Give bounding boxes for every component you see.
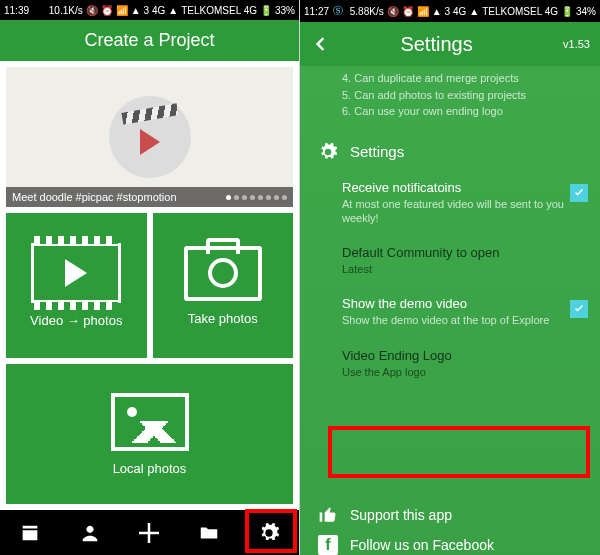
setting-title: Show the demo video: [342, 296, 582, 311]
setting-default-community[interactable]: Default Community to open Latest: [300, 235, 600, 286]
status-bar: 11:27 Ⓢ 5.88K/s 🔇 ⏰ 📶 ▲ 3 4G ▲ TELKOMSEL…: [300, 0, 600, 22]
support-title: Support this app: [350, 507, 452, 523]
thumbs-up-icon: [318, 505, 338, 525]
status-carrier: TELKOMSEL 4G: [482, 6, 558, 17]
carousel-dots: [226, 195, 287, 200]
page-title: Create a Project: [84, 30, 214, 51]
alarm-icon: ⏰: [402, 6, 414, 17]
setting-demo-video[interactable]: Show the demo video Show the demo video …: [300, 286, 600, 337]
follow-facebook-row[interactable]: f Follow us on Facebook: [300, 535, 600, 555]
skype-icon: Ⓢ: [333, 4, 343, 18]
nav-folder[interactable]: [179, 510, 239, 555]
settings-header: Settings v1.53: [300, 22, 600, 66]
feature-item: 5. Can add photos to existing projects: [342, 87, 580, 104]
tile-label: Take photos: [188, 311, 258, 326]
status-speed: 10.1K/s: [49, 5, 83, 16]
feature-item: 6. Can use your own ending logo: [342, 103, 580, 120]
status-sim: 3 4G: [445, 6, 467, 17]
signal-icon: ▲: [432, 6, 442, 17]
wifi-icon: 📶: [116, 5, 128, 16]
support-section: Support this app f Follow us on Facebook: [300, 495, 600, 555]
status-battery: 34%: [576, 6, 596, 17]
setting-title: Receive notificatoins: [342, 180, 582, 195]
nav-create[interactable]: [120, 510, 180, 555]
setting-notifications[interactable]: Receive notificatoins At most one featur…: [300, 170, 600, 236]
alarm-icon: ⏰: [101, 5, 113, 16]
checkbox-checked-icon[interactable]: [570, 184, 588, 202]
pro-features-list: 4. Can duplicate and merge projects 5. C…: [300, 66, 600, 128]
status-battery: 33%: [275, 5, 295, 16]
status-bar: 11:39 10.1K/s 🔇 ⏰ 📶 ▲ 3 4G ▲ TELKOMSEL 4…: [0, 0, 299, 20]
app-version: v1.53: [563, 38, 590, 50]
tile-label: Video → photos: [30, 313, 122, 328]
gear-icon: [318, 142, 338, 162]
tile-video-to-photos[interactable]: Video → photos: [6, 213, 147, 358]
gear-icon: [258, 522, 280, 544]
tile-label: Local photos: [113, 461, 187, 476]
checkbox-checked-icon[interactable]: [570, 300, 588, 318]
signal2-icon: ▲: [168, 5, 178, 16]
film-icon: [19, 522, 41, 544]
follow-fb-label: Follow us on Facebook: [350, 537, 494, 553]
highlight-video-ending-logo: [328, 426, 590, 478]
feature-item: 4. Can duplicate and merge projects: [342, 70, 580, 87]
tile-take-photos[interactable]: Take photos: [153, 213, 294, 358]
phone-create-project: 11:39 10.1K/s 🔇 ⏰ 📶 ▲ 3 4G ▲ TELKOMSEL 4…: [0, 0, 300, 555]
mute-icon: 🔇: [387, 6, 399, 17]
carousel-caption: Meet doodle #picpac #stopmotion: [12, 191, 177, 203]
camera-icon: [184, 246, 262, 301]
clapperboard-icon: [109, 96, 191, 178]
bottom-nav: [0, 510, 299, 555]
page-title: Settings: [320, 33, 553, 56]
section-label: Settings: [350, 143, 404, 160]
status-carrier: TELKOMSEL 4G: [181, 5, 257, 16]
folder-icon: [198, 522, 220, 544]
signal2-icon: ▲: [469, 6, 479, 17]
main-content: Meet doodle #picpac #stopmotion Video → …: [0, 61, 299, 510]
setting-video-ending-logo[interactable]: Video Ending Logo Use the App logo: [300, 338, 600, 389]
wifi-icon: 📶: [417, 6, 429, 17]
tile-local-photos[interactable]: Local photos: [6, 364, 293, 504]
support-app-row[interactable]: Support this app: [300, 495, 600, 535]
film-icon: [31, 243, 121, 303]
people-icon: [79, 522, 101, 544]
phone-settings: 11:27 Ⓢ 5.88K/s 🔇 ⏰ 📶 ▲ 3 4G ▲ TELKOMSEL…: [300, 0, 600, 555]
battery-icon: 🔋: [561, 6, 573, 17]
status-speed: 5.88K/s: [350, 6, 384, 17]
status-time: 11:39: [4, 5, 29, 16]
nav-community[interactable]: [60, 510, 120, 555]
section-settings: Settings: [300, 128, 600, 170]
mute-icon: 🔇: [86, 5, 98, 16]
facebook-icon: f: [318, 535, 338, 555]
featured-carousel[interactable]: Meet doodle #picpac #stopmotion: [6, 67, 293, 207]
plus-icon: [134, 518, 164, 548]
setting-subtitle: Use the App logo: [342, 365, 582, 379]
app-header: Create a Project: [0, 20, 299, 61]
battery-icon: 🔋: [260, 5, 272, 16]
nav-projects[interactable]: [0, 510, 60, 555]
picture-icon: [111, 393, 189, 451]
settings-body[interactable]: 4. Can duplicate and merge projects 5. C…: [300, 66, 600, 555]
nav-settings[interactable]: [239, 510, 299, 555]
setting-title: Video Ending Logo: [342, 348, 582, 363]
setting-title: Default Community to open: [342, 245, 582, 260]
setting-subtitle: Latest: [342, 262, 582, 276]
signal-icon: ▲: [131, 5, 141, 16]
setting-subtitle: Show the demo video at the top of Explor…: [342, 313, 582, 327]
status-time: 11:27: [304, 6, 329, 17]
setting-subtitle: At most one featured video will be sent …: [342, 197, 582, 226]
status-sim: 3 4G: [144, 5, 166, 16]
